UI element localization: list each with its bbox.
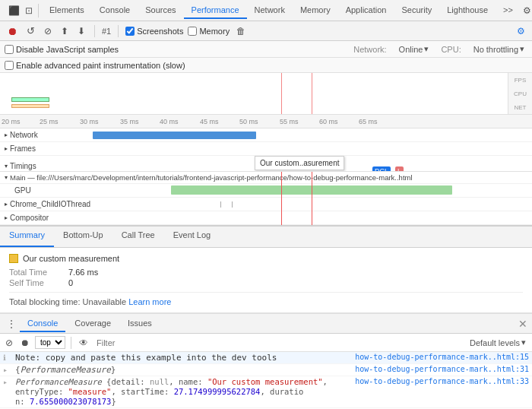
selection-line-right-main	[312, 172, 312, 225]
fps-label: FPS	[515, 77, 527, 84]
devtools-icon[interactable]: ⬛	[6, 4, 22, 17]
title-color-swatch	[9, 254, 18, 263]
settings-cog-icon[interactable]: ⚙	[515, 24, 527, 38]
console-tab-console[interactable]: Console	[20, 315, 65, 332]
timings-content: Our custom..asurement DCL L	[91, 156, 532, 172]
network-expand[interactable]	[5, 132, 8, 138]
track-gpu[interactable]: GPU	[0, 184, 532, 198]
selection-line-left	[281, 73, 282, 114]
tab-more[interactable]: >>	[496, 2, 521, 19]
childio-marker2	[232, 201, 233, 208]
advanced-paint-checkbox[interactable]	[5, 61, 14, 70]
screenshots-checkbox-label[interactable]: Screenshots	[125, 27, 183, 36]
summary-content: Our custom measurement Total Time 7.66 m…	[0, 248, 532, 312]
log-source-3[interactable]: how-to-debug-performance-mark..html:33	[355, 377, 529, 385]
log-row-2[interactable]: ▸ {PerformanceMeasure} how-to-debug-perf…	[0, 364, 532, 376]
memory-checkbox-label[interactable]: Memory	[188, 27, 230, 36]
info-icon: ℹ	[3, 354, 12, 362]
download-profile-button[interactable]: ⬇	[75, 24, 87, 38]
advanced-paint-text: Enable advanced paint instrumentation (s…	[16, 61, 185, 70]
dock-icon[interactable]: ⊡	[23, 4, 35, 17]
reload-record-button[interactable]: ↺	[24, 24, 37, 38]
learn-more-link[interactable]: Learn more	[128, 297, 171, 306]
settings-icon[interactable]: ⚙	[521, 4, 532, 17]
main-expand[interactable]	[5, 174, 8, 181]
context-select[interactable]: top	[35, 336, 65, 349]
log-row-1: ℹ Note: copy and paste this example into…	[0, 352, 532, 364]
session-label: #1	[102, 27, 111, 36]
network-select[interactable]: Online	[396, 43, 432, 55]
console-tab-issues[interactable]: Issues	[120, 315, 160, 332]
childio-marker1	[220, 201, 221, 208]
log-source-1[interactable]: how-to-debug-performance-mark..html:15	[355, 353, 529, 361]
frames-label: Frames	[0, 144, 91, 153]
disable-js-text: Disable JavaScript samples	[16, 45, 119, 54]
network-track-label: Network	[10, 131, 38, 139]
tab-console[interactable]: Console	[92, 2, 138, 19]
cpu-select[interactable]: No throttling	[470, 43, 527, 55]
stop-recording-icon[interactable]: ⏺	[18, 336, 32, 350]
log-source-2[interactable]: how-to-debug-performance-mark..html:31	[355, 365, 529, 373]
tab-security[interactable]: Security	[394, 2, 439, 19]
track-childio[interactable]: Chrome_ChildIOThread	[0, 198, 532, 211]
trash-button[interactable]: 🗑	[234, 24, 248, 38]
expand-icon-2: ▸	[3, 366, 12, 374]
close-console-button[interactable]: ✕	[518, 318, 527, 330]
disable-js-label[interactable]: Disable JavaScript samples	[5, 45, 119, 54]
track-main[interactable]: Main — file:///Users/marc/Development/in…	[0, 172, 532, 184]
tab-bottom-up[interactable]: Bottom-Up	[54, 227, 112, 247]
filter-input[interactable]	[93, 337, 464, 349]
memory-checkbox[interactable]	[188, 27, 197, 36]
console-section: ⋮ Console Coverage Issues ✕ ⊘ ⏺ top 👁 De…	[0, 312, 532, 409]
tab-network[interactable]: Network	[247, 2, 293, 19]
upload-profile-button[interactable]: ⬆	[59, 24, 71, 38]
self-time-value: 0	[68, 278, 73, 287]
advanced-paint-label[interactable]: Enable advanced paint instrumentation (s…	[5, 61, 185, 70]
console-tab-coverage[interactable]: Coverage	[67, 315, 119, 332]
net-label: NET	[515, 104, 527, 111]
summary-title: Our custom measurement	[9, 254, 523, 263]
time-65: 65 ms	[359, 118, 378, 125]
time-ruler: 20 ms 25 ms 30 ms 35 ms 40 ms 45 ms 50 m…	[0, 115, 532, 128]
fps-labels: FPS CPU NET	[508, 73, 532, 114]
frames-track-label: Frames	[10, 144, 36, 153]
track-network[interactable]: Network	[0, 128, 532, 142]
tab-elements[interactable]: Elements	[42, 2, 92, 19]
console-menu-icon[interactable]: ⋮	[5, 317, 18, 331]
console-log[interactable]: ℹ Note: copy and paste this example into…	[0, 352, 532, 409]
tab-event-log[interactable]: Event Log	[164, 227, 220, 247]
compositor-track-label: Compositor	[10, 214, 49, 222]
eye-icon[interactable]: 👁	[77, 336, 90, 350]
childio-expand[interactable]	[5, 201, 8, 208]
network-label: Network:	[353, 45, 386, 54]
log-levels-button[interactable]: Default levels	[467, 336, 529, 349]
timing-tooltip: Our custom..asurement	[255, 156, 344, 170]
tab-call-tree[interactable]: Call Tree	[112, 227, 164, 247]
clear-button[interactable]: ⊘	[42, 24, 54, 38]
screenshots-checkbox[interactable]	[125, 27, 135, 36]
timings-expand[interactable]	[5, 163, 8, 170]
compositor-expand[interactable]	[5, 214, 8, 221]
tab-application[interactable]: Application	[338, 2, 394, 19]
tab-sources[interactable]: Sources	[138, 2, 183, 19]
track-compositor[interactable]: Compositor	[0, 211, 532, 225]
record-button[interactable]: ⏺	[5, 24, 20, 39]
tooltip-text: Our custom..asurement	[260, 159, 339, 167]
console-header: ⋮ Console Coverage Issues ✕	[0, 314, 532, 334]
cpu-mini-label: CPU	[514, 90, 527, 97]
perf-detail: Summary Bottom-Up Call Tree Event Log Ou…	[0, 226, 532, 312]
track-timings[interactable]: Timings Our custom..asurement DCL L	[0, 156, 532, 172]
time-30: 30 ms	[80, 118, 99, 125]
disable-js-checkbox[interactable]	[5, 45, 14, 54]
tab-memory[interactable]: Memory	[293, 2, 338, 19]
overview-chart[interactable]: FPS CPU NET	[0, 73, 532, 115]
log-levels-text: Default levels	[470, 338, 520, 347]
track-frames[interactable]: Frames	[0, 142, 532, 156]
tab-lighthouse[interactable]: Lighthouse	[439, 2, 496, 19]
blocking-time-text: Total blocking time: Unavailable	[9, 297, 126, 306]
tab-summary[interactable]: Summary	[0, 227, 54, 247]
tab-performance[interactable]: Performance	[184, 2, 247, 19]
clear-console-icon[interactable]: ⊘	[3, 336, 15, 350]
frames-expand[interactable]	[5, 145, 8, 152]
cpu-chevron	[520, 44, 524, 54]
